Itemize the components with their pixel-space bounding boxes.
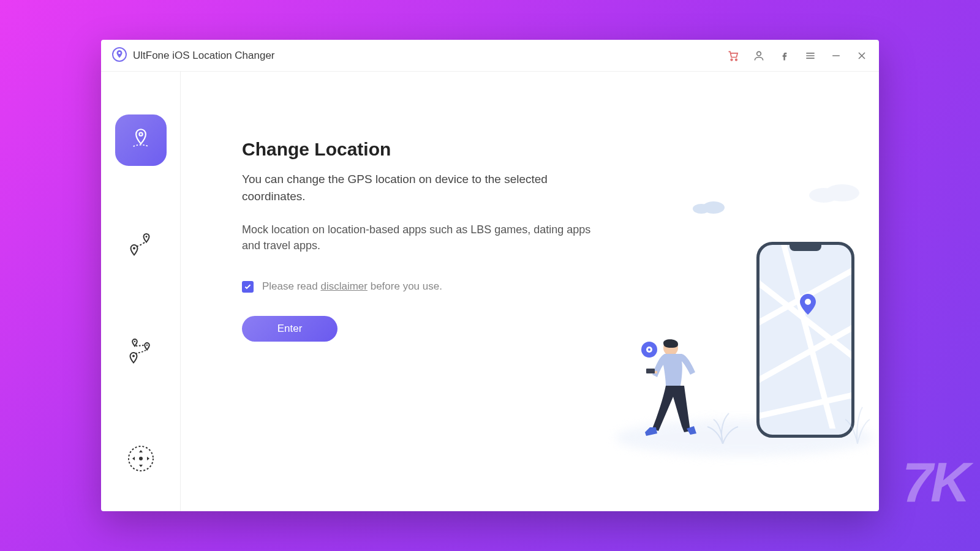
main-panel: Change Location You can change the GPS l… xyxy=(181,72,879,511)
plant-icon xyxy=(842,401,873,444)
menu-icon[interactable] xyxy=(804,50,816,62)
sidebar-item-multi-spot[interactable] xyxy=(115,328,167,379)
disclaimer-suffix: before you use. xyxy=(368,280,442,292)
titlebar-actions xyxy=(727,50,868,62)
route-single-icon xyxy=(126,231,156,262)
enter-button[interactable]: Enter xyxy=(242,316,337,342)
map-pin-icon xyxy=(800,294,816,317)
person-illustration xyxy=(634,337,701,441)
map-pin-icon xyxy=(128,126,154,154)
cart-icon[interactable] xyxy=(727,50,739,62)
svg-rect-29 xyxy=(646,369,655,373)
map-lines xyxy=(760,245,851,429)
title-left: UltFone iOS Location Changer xyxy=(112,47,275,64)
svg-point-23 xyxy=(805,299,811,305)
svg-point-15 xyxy=(146,345,147,346)
content: Change Location You can change the GPS l… xyxy=(101,72,879,511)
sidebar-item-single-spot[interactable] xyxy=(115,221,167,272)
sidebar-item-change-location[interactable] xyxy=(115,114,167,166)
route-multi-icon xyxy=(126,338,156,369)
plant-icon xyxy=(701,407,744,444)
svg-point-3 xyxy=(736,59,737,61)
user-icon[interactable] xyxy=(753,50,765,62)
svg-point-22 xyxy=(825,184,859,201)
svg-point-2 xyxy=(731,59,733,61)
svg-point-14 xyxy=(134,341,135,342)
page-heading: Change Location xyxy=(242,139,879,160)
cloud-icon xyxy=(805,181,861,203)
description-primary: You can change the GPS location on devic… xyxy=(242,171,585,204)
disclaimer-link[interactable]: disclaimer xyxy=(320,280,368,292)
app-logo-icon xyxy=(112,47,127,64)
close-icon[interactable] xyxy=(856,50,868,62)
cloud-icon xyxy=(689,199,726,214)
svg-point-1 xyxy=(118,51,121,54)
watermark: 7K xyxy=(902,451,968,514)
minimize-icon[interactable] xyxy=(830,50,842,62)
disclaimer-text: Please read disclaimer before you use. xyxy=(262,280,442,293)
titlebar: UltFone iOS Location Changer xyxy=(101,40,879,72)
svg-point-16 xyxy=(132,355,135,358)
sidebar-item-joystick[interactable] xyxy=(115,434,167,485)
disclaimer-prefix: Please read xyxy=(262,280,320,292)
svg-point-20 xyxy=(703,201,725,214)
svg-point-12 xyxy=(145,236,147,238)
description-secondary: Mock location on location-based apps suc… xyxy=(242,222,597,253)
app-title: UltFone iOS Location Changer xyxy=(133,50,275,62)
svg-point-4 xyxy=(757,51,761,56)
phone-illustration xyxy=(756,242,854,438)
sidebar xyxy=(101,72,181,511)
illustration xyxy=(616,187,879,456)
joystick-icon xyxy=(127,444,155,475)
facebook-icon[interactable] xyxy=(778,50,791,62)
disclaimer-checkbox[interactable] xyxy=(242,281,254,293)
app-window: UltFone iOS Location Changer xyxy=(101,40,879,511)
svg-point-13 xyxy=(133,247,135,250)
svg-point-11 xyxy=(139,133,142,136)
svg-point-18 xyxy=(139,457,143,460)
